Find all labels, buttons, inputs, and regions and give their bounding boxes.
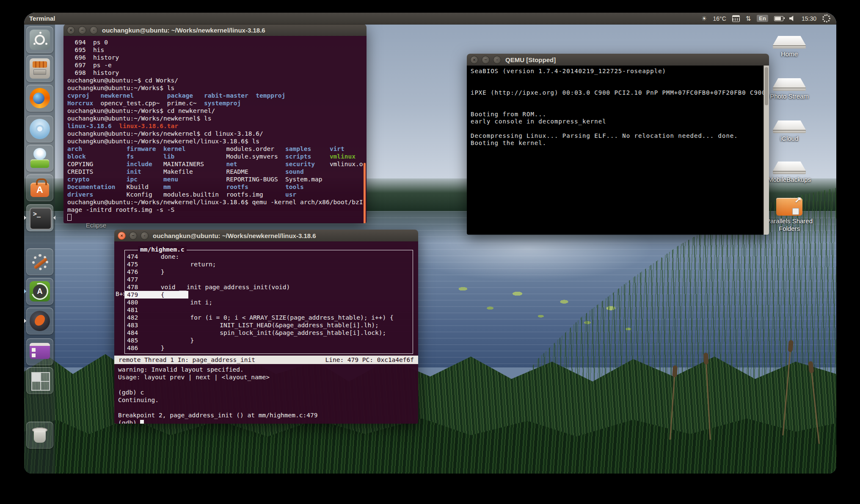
drive-icon [773, 162, 806, 174]
gdb-source-line: 479 { [125, 291, 413, 299]
desktop-icon-parallels-shared-folders[interactable]: Parallels Shared Folders [764, 195, 815, 233]
gdb-source-line: 482 for (i = 0; i < ARRAY_SIZE(page_addr… [125, 314, 413, 321]
pfolder-icon [776, 195, 802, 216]
close-icon[interactable]: × [118, 232, 126, 240]
desktop-icon-label: Home [764, 50, 815, 58]
gdb-status-right: Line: 479 PC: 0xc1a4ef6f [325, 356, 414, 364]
session-gear-icon[interactable] [822, 14, 830, 22]
launcher-item-terminal[interactable] [26, 204, 53, 231]
desktop-icon-icloud[interactable]: iCloud [764, 121, 815, 142]
gdb-source-line: 480 int i; [125, 299, 413, 306]
minimize-icon[interactable]: − [482, 56, 490, 64]
terminal-window-1[interactable]: × − ▫ ouchangkun@ubuntu: ~/Works/newkern… [63, 24, 367, 223]
running-pip-icon [24, 319, 28, 323]
unity-launcher [24, 24, 55, 474]
desktop-icon-photo-stream[interactable]: Photo Stream [764, 78, 815, 100]
gdb-console[interactable]: warning: Invalid layout specified.Usage:… [118, 366, 416, 424]
system-tray: ☀ 16°C ⇅ En 15:30 [701, 14, 836, 22]
terminal1-titlebar[interactable]: × − ▫ ouchangkun@ubuntu: ~/Works/newkern… [63, 24, 367, 36]
terminal1-title: ouchangkun@ubuntu: ~/Works/newkernel/lin… [102, 27, 265, 34]
sync-arrows-icon[interactable]: ⇅ [746, 15, 751, 22]
drive-icon [773, 78, 806, 91]
launcher-item-file-manager[interactable] [26, 55, 53, 82]
top-panel: Terminal ☀ 16°C ⇅ En 15:30 [24, 13, 836, 25]
dash-icon [30, 30, 50, 50]
desktop-icon-label: MobileBackups [764, 176, 815, 184]
drive-icon [773, 121, 806, 133]
close-icon[interactable]: × [470, 56, 478, 64]
volume-icon[interactable] [789, 16, 796, 22]
purple-app-icon [30, 343, 50, 359]
running-pip-icon [24, 289, 28, 293]
gdb-source-line: 485 } [125, 337, 413, 344]
terminal-window-gdb[interactable]: × − ▫ ouchangkun@ubuntu: ~/Works/newkern… [114, 230, 418, 424]
gdb-source-line: 483 INIT_LIST_HEAD(&page_address_htable[… [125, 321, 413, 329]
gdb-source-line: 474 done: [125, 253, 413, 260]
launcher-item-dash[interactable] [26, 26, 53, 53]
launcher-item-software-center[interactable] [26, 174, 53, 201]
launcher-item-workspace-switcher[interactable] [26, 367, 53, 394]
running-pip-icon [24, 216, 28, 220]
desktop-icon-label: iCloud [764, 135, 815, 142]
terminal2-titlebar[interactable]: × − ▫ ouchangkun@ubuntu: ~/Works/newkern… [114, 230, 418, 242]
qemu-title: QEMU [Stopped] [505, 56, 556, 63]
trash-icon [30, 425, 50, 445]
launcher-item-software-updater[interactable] [26, 278, 53, 305]
focused-arrow-icon [51, 216, 55, 220]
launcher-item-firefox[interactable] [26, 85, 53, 112]
qemu-window[interactable]: × − ▫ QEMU [Stopped] SeaBIOS (version 1.… [467, 54, 769, 235]
clock[interactable]: 15:30 [802, 15, 816, 22]
maximize-icon[interactable]: ▫ [493, 56, 501, 64]
minimize-icon[interactable]: − [129, 232, 137, 240]
qemu-titlebar[interactable]: × − ▫ QEMU [Stopped] [467, 54, 769, 66]
scrollbar-thumb[interactable] [364, 163, 366, 223]
thunderbird-icon [30, 311, 50, 331]
panel-app-title: Terminal [29, 15, 55, 22]
desktop-icon-home[interactable]: Home [764, 36, 815, 58]
terminal-icon [30, 208, 52, 230]
gdb-breakpoint-marker: B+> [116, 290, 127, 297]
maximize-icon[interactable]: ▫ [141, 232, 149, 240]
desktop-icon-mobile-backups[interactable]: MobileBackups [764, 162, 815, 184]
terminal1-body[interactable]: 694 ps 0 695 his 696 history 697 ps -e 6… [63, 36, 367, 223]
gdb-source-line: 486 } [125, 344, 413, 352]
close-icon[interactable]: × [67, 26, 75, 34]
gdb-source-line: 481 [125, 306, 413, 314]
calendar-icon[interactable] [732, 15, 740, 22]
launcher-item-thunderbird[interactable] [26, 307, 53, 334]
gdb-status-left: remote Thread 1 In: page_address_init [119, 356, 255, 364]
launcher-item-chromium[interactable] [26, 115, 53, 142]
gdb-source-line: 476 } [125, 268, 413, 276]
terminal2-body[interactable]: mm/highmem.c 474 done:475 return;476 }47… [114, 241, 418, 424]
terminal2-title: ouchangkun@ubuntu: ~/Works/newkernel/lin… [153, 232, 316, 239]
file-manager-icon [30, 58, 50, 79]
system-settings-icon [30, 252, 50, 272]
minimize-icon[interactable]: − [78, 26, 86, 34]
launcher-item-kylin-assistant[interactable] [26, 145, 53, 172]
qemu-scrollbar[interactable] [764, 66, 769, 235]
gdb-source-window: 474 done:475 return;476 }477478 void __i… [124, 250, 413, 354]
gdb-source-line: 475 return; [125, 260, 413, 268]
weather-temp[interactable]: 16°C [713, 15, 726, 22]
launcher-item-purple-app[interactable] [26, 338, 53, 365]
battery-icon[interactable] [774, 16, 783, 21]
keyboard-indicator[interactable]: En [757, 15, 768, 22]
desktop-icon-label: Photo Stream [764, 93, 815, 100]
gdb-source-line: 477 [125, 276, 413, 283]
desktop[interactable]: HomePhoto StreamiCloudMobileBackupsParal… [24, 13, 836, 474]
software-updater-icon [30, 281, 50, 301]
gdb-source-line: 484 spin_lock_init(&page_address_htable[… [125, 329, 413, 337]
chromium-icon [30, 119, 50, 139]
gdb-status-bar: remote Thread 1 In: page_address_init Li… [114, 356, 418, 364]
maximize-icon[interactable]: ▫ [90, 26, 98, 34]
weather-icon[interactable]: ☀ [701, 15, 707, 22]
launcher-item-trash[interactable] [26, 422, 53, 449]
software-center-icon [30, 178, 50, 198]
drive-icon [773, 36, 806, 49]
kylin-assistant-icon [30, 148, 50, 168]
launcher-item-system-settings[interactable] [26, 248, 53, 275]
qemu-display[interactable]: SeaBIOS (version 1.7.4-20140219_122725-r… [467, 66, 769, 235]
gdb-source-filename: mm/highmem.c [138, 246, 187, 253]
gdb-source-line: 478 void __init page_address_init(void) [125, 283, 413, 291]
screen: HomePhoto StreamiCloudMobileBackupsParal… [0, 0, 860, 504]
